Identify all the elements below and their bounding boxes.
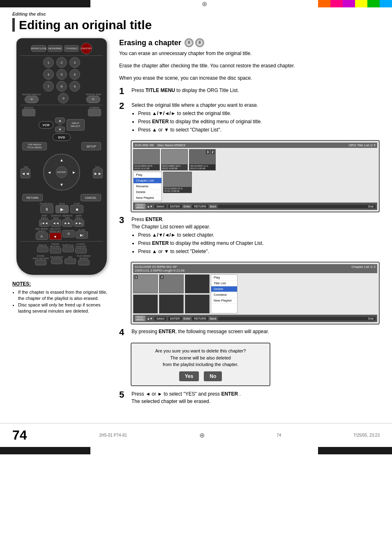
erasing-desc-1: You can erase an unnecessary chapter fro… (119, 50, 380, 57)
subtitle-btn[interactable] (62, 246, 74, 252)
menu-delete[interactable]: Delete (134, 189, 161, 195)
btn-6[interactable]: 6 (69, 69, 80, 80)
screen1-list-label: ORG Title List 1/ 5 (349, 143, 376, 147)
step-4: 4 By pressing ENTER, the following messa… (119, 328, 380, 337)
btn-8[interactable]: 8 (56, 81, 67, 92)
screen2-return-btn[interactable]: RETURN (192, 317, 208, 320)
clock-btn[interactable] (75, 248, 87, 253)
btn-7[interactable]: 7 (43, 81, 54, 92)
screen2-select-btn[interactable]: Select (154, 317, 166, 320)
notes-section: NOTES: If the chapter is erased from the… (12, 281, 111, 314)
screen2-menu-play[interactable]: Play (211, 275, 237, 281)
rec-mode-btn[interactable]: ⊙ (36, 233, 48, 240)
vcr-btn[interactable]: VCR (39, 121, 53, 129)
screen2-ch2-num: 2 (160, 275, 164, 279)
btn-2[interactable]: 2 (56, 57, 67, 68)
step-4-text-after: , the following message screen will appe… (175, 329, 269, 334)
step-4-text-before: By pressing (131, 329, 159, 334)
step-1-number: 1 (119, 87, 128, 96)
menu-rename[interactable]: Rename (134, 184, 161, 189)
angle-btn[interactable] (37, 246, 48, 252)
instant-replay-btn[interactable]: ⟲ (25, 96, 39, 103)
confirm-yes-btn[interactable]: Yes (179, 371, 199, 381)
screen1-enter-btn[interactable]: ENTER (168, 205, 182, 208)
step-2-bullets: Press ▲/▼/◄/► to select the original tit… (131, 110, 380, 134)
ch-up-btn[interactable]: ▲ (55, 117, 65, 123)
mode-bbe-btn[interactable]: MODE/BBE (48, 45, 62, 52)
search-rew-btn[interactable]: ◄◄ (51, 219, 61, 227)
atr-btn[interactable] (65, 258, 76, 264)
audio-btn[interactable] (50, 248, 61, 253)
play-mode-btn[interactable] (78, 260, 90, 265)
input-select-btn[interactable]: INPUT SELECT (67, 119, 85, 131)
screen1-select-btn[interactable]: Select (154, 205, 166, 208)
crosshair-top: ⊕ (202, 0, 207, 8)
dvd-btn[interactable]: DVD (53, 134, 71, 141)
notes-title: NOTES: (12, 281, 111, 288)
step-1: 1 Press TITLE MENU to display the ORG Ti… (119, 87, 380, 96)
trk-minus-btn[interactable]: ◄◄ (21, 168, 30, 178)
cancel-btn[interactable]: CANCEL (81, 194, 101, 201)
dpad: ▲ ▼ ◄ ► ENTER (43, 154, 80, 191)
setup-btn[interactable]: SETUP (81, 142, 101, 150)
btn-5[interactable]: 5 (56, 69, 67, 80)
skip-rew-btn[interactable]: |◄◄ (39, 219, 50, 227)
step-4-content: By pressing ENTER, the following message… (131, 328, 380, 335)
open-close-btn[interactable]: OPEN/CLOSE (31, 45, 46, 52)
screen2-thumb-empty (185, 274, 210, 293)
screen2-menu-new-playlist[interactable]: New Playlist (211, 298, 237, 304)
svg-text:VR: VR (188, 41, 190, 42)
dpad-left-btn[interactable]: ◄ (44, 167, 55, 177)
menu-new-playlist[interactable]: New Playlist (134, 195, 161, 201)
screen2-menu-title-list[interactable]: Title List (211, 281, 237, 286)
pause-btn[interactable]: ⏸ (40, 205, 53, 213)
btn-1[interactable]: 1 (43, 57, 54, 68)
btn-9[interactable]: 9 (69, 81, 80, 92)
instant-skip-btn[interactable]: ⟳ (86, 96, 100, 103)
btn-3[interactable]: 3 (69, 57, 80, 68)
confirm-no-btn[interactable]: No (204, 371, 222, 381)
step-3-number: 3 (119, 216, 128, 225)
menu-chapter-list[interactable]: Chapter List (134, 178, 161, 184)
ch-down-btn[interactable]: ▼ (55, 127, 65, 132)
screen1-end-btn[interactable]: End (218, 205, 376, 208)
stop-btn[interactable]: ■ (70, 205, 83, 213)
erasing-desc-2: Erase the chapter after checking the tit… (119, 62, 380, 69)
dpad-down-btn[interactable]: ▼ (56, 179, 67, 190)
play-btn[interactable]: ▶ (55, 205, 69, 213)
step-2-bullet-3: Press ▲ or ▼ to select "Chapter List". (138, 126, 380, 134)
search-fwd-btn[interactable]: ►► (62, 219, 73, 227)
screen1-title-menu-btn[interactable]: TITLEMENU (135, 203, 145, 209)
dpad-up-btn[interactable]: ▲ (56, 154, 67, 165)
on-standby-btn[interactable]: ON/STBY (81, 43, 92, 54)
screen2-thumb-empty2 (133, 295, 158, 313)
btn-4[interactable]: 4 (43, 69, 54, 80)
screen1-footer: TITLEMENU ▲▼ Select ENTER Enter RETURN B… (133, 203, 377, 210)
screen2-menu-combine[interactable]: Combine (211, 292, 237, 298)
screen2-menu-delete[interactable]: Delete (211, 286, 237, 292)
screen2-enter-btn[interactable]: ENTER (168, 317, 182, 320)
tv-video-btn[interactable]: TV/VIDEO (64, 45, 79, 52)
step-3-bullet-2: Press ENTER to display the editing menu … (138, 240, 380, 247)
timer-btn[interactable]: ⏱ (62, 230, 75, 237)
dubbing-btn[interactable] (88, 109, 101, 116)
step-5-period: . (239, 391, 240, 397)
btn-0[interactable]: 0 (58, 93, 69, 104)
erasing-desc-3: When you erase the scene, you can increa… (119, 74, 380, 82)
zoom-btn[interactable] (35, 260, 46, 265)
ab-repeat-btn[interactable] (51, 258, 62, 264)
crosshair-bottom: ⊕ (199, 431, 205, 439)
screen2-title-menu-btn[interactable]: TITLEMENU (135, 315, 145, 321)
screen1-return-btn[interactable]: RETURN (192, 205, 208, 208)
trk-plus-btn[interactable]: ►► (93, 168, 103, 178)
display-btn[interactable] (22, 109, 35, 116)
menu-play[interactable]: Play (134, 172, 161, 178)
slow-btn[interactable]: ▶| (76, 231, 88, 239)
dpad-right-btn[interactable]: ► (69, 167, 79, 177)
enter-btn[interactable]: ENTER (56, 166, 67, 178)
screen2-end-btn[interactable]: End (218, 317, 376, 320)
top-menu-btn[interactable]: TOP MENU/TITLE MENU (22, 142, 47, 150)
skip-fwd-btn[interactable]: ►►| (74, 219, 84, 227)
rec-btn[interactable]: ● (49, 233, 62, 240)
return-btn[interactable]: RETURN (22, 194, 43, 201)
